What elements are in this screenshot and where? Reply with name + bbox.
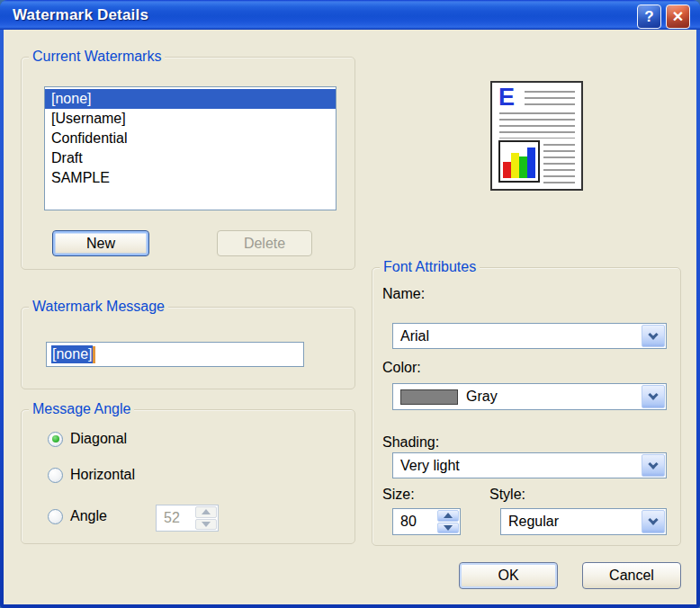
style-label: Style: xyxy=(489,487,525,503)
dropdown-arrow-button[interactable] xyxy=(642,454,665,477)
preview-text-lines xyxy=(543,144,575,183)
watermark-list[interactable]: [none] [Username] Confidential Draft SAM… xyxy=(44,86,337,210)
close-button[interactable]: ✕ xyxy=(666,4,690,29)
chevron-down-icon xyxy=(648,329,658,339)
angle-spinner[interactable]: 52 xyxy=(156,505,219,532)
message-angle-label: Message Angle xyxy=(29,401,134,417)
title-bar[interactable]: Watermark Details xyxy=(0,0,700,30)
watermark-message-label: Watermark Message xyxy=(29,299,168,315)
current-watermarks-label: Current Watermarks xyxy=(29,49,165,65)
close-icon: ✕ xyxy=(672,8,684,25)
new-button[interactable]: New xyxy=(52,230,149,256)
message-angle-group: Message Angle Diagonal Horizontal Angle … xyxy=(21,409,355,544)
radio-horizontal[interactable]: Horizontal xyxy=(48,466,135,484)
color-value: Gray xyxy=(466,389,498,405)
font-name-dropdown[interactable]: Arial xyxy=(392,323,667,349)
cancel-button[interactable]: Cancel xyxy=(582,562,681,589)
ok-button[interactable]: OK xyxy=(459,562,558,589)
font-attributes-group: Font Attributes Name: Arial Color: Gray … xyxy=(372,267,681,546)
list-item-username[interactable]: [Username] xyxy=(45,109,336,129)
radio-button-icon xyxy=(48,509,63,524)
spinner-up-button[interactable] xyxy=(195,506,217,518)
delete-button[interactable]: Delete xyxy=(217,230,312,256)
radio-button-icon xyxy=(48,468,63,483)
dropdown-arrow-button[interactable] xyxy=(642,385,665,408)
list-item-sample[interactable]: SAMPLE xyxy=(45,168,336,188)
watermark-message-input[interactable]: [none] xyxy=(46,342,304,367)
selected-input-text: [none] xyxy=(51,345,93,363)
preview-text-lines xyxy=(499,112,575,139)
chevron-down-icon xyxy=(648,389,658,399)
list-item-draft[interactable]: Draft xyxy=(45,148,336,168)
font-color-dropdown[interactable]: Gray xyxy=(392,383,667,410)
spinner-up-icon xyxy=(202,509,211,514)
window-title: Watermark Details xyxy=(13,6,148,24)
spinner-down-icon xyxy=(202,522,211,527)
chevron-down-icon xyxy=(648,459,658,469)
size-spinner[interactable]: 80 xyxy=(392,508,461,535)
watermark-details-dialog: Watermark Details ? ✕ Current Watermarks… xyxy=(0,0,700,608)
style-dropdown[interactable]: Regular xyxy=(500,508,667,535)
color-label: Color: xyxy=(382,360,421,376)
radio-button-icon xyxy=(48,432,63,447)
list-item-confidential[interactable]: Confidential xyxy=(45,129,336,148)
list-item-none[interactable]: [none] xyxy=(45,89,336,109)
dropdown-arrow-button[interactable] xyxy=(642,510,665,533)
chevron-down-icon xyxy=(648,514,658,524)
preview-drop-cap: E xyxy=(498,84,515,111)
radio-angle[interactable]: Angle xyxy=(48,507,107,525)
preview-text-lines xyxy=(525,91,575,105)
shading-dropdown[interactable]: Very light xyxy=(392,452,667,478)
watermark-preview: E xyxy=(490,81,583,191)
watermark-message-group: Watermark Message [none] xyxy=(21,307,355,389)
radio-diagonal[interactable]: Diagonal xyxy=(48,430,127,448)
spinner-up-icon xyxy=(444,513,453,518)
size-label: Size: xyxy=(382,487,415,503)
spinner-down-button[interactable] xyxy=(195,519,217,531)
help-button[interactable]: ? xyxy=(637,4,661,29)
help-icon: ? xyxy=(644,8,653,26)
font-attributes-label: Font Attributes xyxy=(380,259,480,275)
spinner-down-button[interactable] xyxy=(437,523,459,534)
name-label: Name: xyxy=(382,286,425,302)
shading-label: Shading: xyxy=(382,434,439,451)
color-swatch-gray xyxy=(400,389,458,405)
spinner-up-button[interactable] xyxy=(437,510,459,522)
radio-selected-dot xyxy=(52,435,59,443)
spinner-down-icon xyxy=(444,525,453,531)
current-watermarks-group: Current Watermarks [none] [Username] Con… xyxy=(21,57,355,270)
text-cursor xyxy=(93,346,95,363)
dropdown-arrow-button[interactable] xyxy=(642,325,665,347)
preview-chart-icon xyxy=(498,140,540,183)
